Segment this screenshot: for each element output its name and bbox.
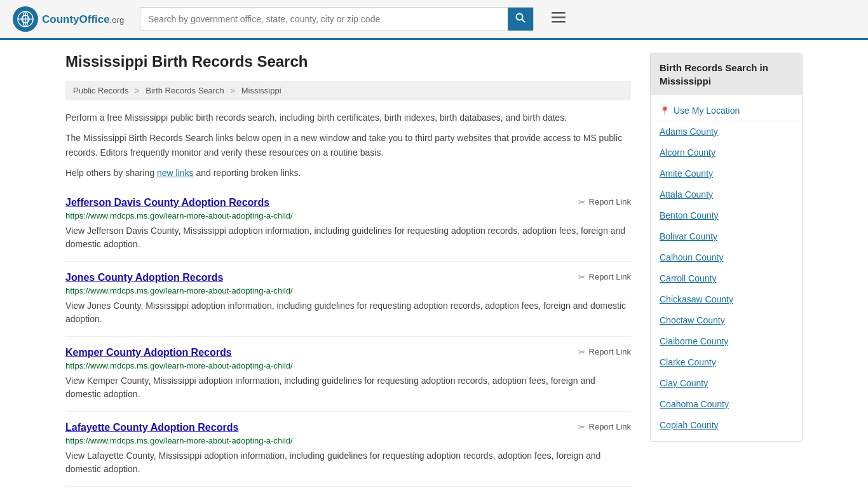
result-desc-3: View Lafayette County, Mississippi adopt… <box>65 449 631 476</box>
result-desc-0: View Jefferson Davis County, Mississippi… <box>65 224 631 251</box>
report-label-2: Report Link <box>589 347 631 356</box>
sidebar-county-item[interactable]: Claiborne County <box>651 331 802 352</box>
result-header-2: Kemper County Adoption Records ✂ Report … <box>65 347 631 358</box>
svg-rect-8 <box>552 17 566 18</box>
main-container: Mississippi Birth Records Search Public … <box>53 40 815 488</box>
pin-icon <box>660 105 670 116</box>
result-desc-2: View Kemper County, Mississippi adoption… <box>65 374 631 401</box>
sidebar-county-item[interactable]: Clarke County <box>651 352 802 373</box>
search-input[interactable] <box>140 9 508 29</box>
sidebar-county-item[interactable]: Clay County <box>651 373 802 394</box>
county-list: Adams CountyAlcorn CountyAmite CountyAtt… <box>651 121 802 436</box>
search-bar <box>140 7 534 31</box>
sidebar-county-item[interactable]: Copiah County <box>651 415 802 436</box>
sidebar-county-item[interactable]: Amite County <box>651 163 802 184</box>
search-button[interactable] <box>508 8 533 30</box>
sidebar-county-item[interactable]: Attala County <box>651 184 802 205</box>
sidebar-county-item[interactable]: Calhoun County <box>651 247 802 268</box>
results-container: Jefferson Davis County Adoption Records … <box>65 187 631 487</box>
breadcrumb: Public Records > Birth Records Search > … <box>65 81 631 100</box>
report-icon-2: ✂ <box>578 347 586 357</box>
svg-line-6 <box>522 20 526 23</box>
sidebar-county-item[interactable]: Chickasaw County <box>651 289 802 310</box>
breadcrumb-public-records[interactable]: Public Records <box>73 86 128 95</box>
logo-icon <box>13 6 38 32</box>
svg-rect-7 <box>552 12 566 14</box>
sidebar-county-item[interactable]: Alcorn County <box>651 142 802 163</box>
sidebar-county-item[interactable]: Carroll County <box>651 268 802 289</box>
result-header-0: Jefferson Davis County Adoption Records … <box>65 197 631 208</box>
report-link-3[interactable]: ✂ Report Link <box>578 422 631 432</box>
result-item: Lafayette County Adoption Records ✂ Repo… <box>65 412 631 487</box>
description-3: Help others by sharing new links and rep… <box>65 166 631 180</box>
menu-button[interactable] <box>546 10 571 29</box>
sidebar-county-item[interactable]: Benton County <box>651 205 802 226</box>
result-url-1: https://www.mdcps.ms.gov/learn-more-abou… <box>65 286 631 295</box>
header: CountyOffice.org <box>0 0 868 40</box>
sidebar-county-item[interactable]: Bolivar County <box>651 226 802 247</box>
description-1: Perform a free Mississippi public birth … <box>65 111 631 125</box>
report-icon-0: ✂ <box>578 197 586 207</box>
result-title-0[interactable]: Jefferson Davis County Adoption Records <box>65 197 269 208</box>
result-title-1[interactable]: Jones County Adoption Records <box>65 272 223 283</box>
logo-text: CountyOffice.org <box>42 13 124 26</box>
report-link-1[interactable]: ✂ Report Link <box>578 272 631 282</box>
breadcrumb-state: Mississippi <box>241 86 281 95</box>
sidebar-county-item[interactable]: Coahoma County <box>651 394 802 415</box>
result-desc-1: View Jones County, Mississippi adoption … <box>65 299 631 326</box>
sidebar-county-item[interactable]: Adams County <box>651 121 802 142</box>
report-label-0: Report Link <box>589 197 631 207</box>
report-icon-1: ✂ <box>578 272 586 282</box>
svg-rect-9 <box>552 21 566 23</box>
result-title-3[interactable]: Lafayette County Adoption Records <box>65 422 238 433</box>
result-url-3: https://www.mdcps.ms.gov/learn-more-abou… <box>65 436 631 445</box>
result-item: Jefferson Davis County Adoption Records … <box>65 187 631 262</box>
description-2: The Mississippi Birth Records Search lin… <box>65 131 631 159</box>
svg-point-5 <box>517 14 523 20</box>
sidebar-title: Birth Records Search in Mississippi <box>651 53 802 95</box>
result-item: Jones County Adoption Records ✂ Report L… <box>65 262 631 337</box>
main-content: Mississippi Birth Records Search Public … <box>65 53 631 487</box>
report-label-3: Report Link <box>589 422 631 431</box>
breadcrumb-birth-records[interactable]: Birth Records Search <box>146 86 224 95</box>
report-icon-3: ✂ <box>578 422 586 432</box>
report-label-1: Report Link <box>589 272 631 281</box>
result-url-2: https://www.mdcps.ms.gov/learn-more-abou… <box>65 361 631 370</box>
use-my-location-button[interactable]: Use My Location <box>651 100 802 121</box>
result-header-1: Jones County Adoption Records ✂ Report L… <box>65 272 631 283</box>
new-links-link[interactable]: new links <box>157 168 194 178</box>
page-title: Mississippi Birth Records Search <box>65 53 631 71</box>
result-header-3: Lafayette County Adoption Records ✂ Repo… <box>65 422 631 433</box>
result-url-0: https://www.mdcps.ms.gov/learn-more-abou… <box>65 211 631 220</box>
sidebar-list: Use My Location Adams CountyAlcorn Count… <box>651 95 802 441</box>
result-item: Kemper County Adoption Records ✂ Report … <box>65 337 631 412</box>
sidebar-box: Birth Records Search in Mississippi Use … <box>650 53 803 442</box>
sidebar-county-item[interactable]: Choctaw County <box>651 310 802 331</box>
sidebar: Birth Records Search in Mississippi Use … <box>650 53 803 487</box>
report-link-2[interactable]: ✂ Report Link <box>578 347 631 357</box>
report-link-0[interactable]: ✂ Report Link <box>578 197 631 207</box>
logo[interactable]: CountyOffice.org <box>13 6 127 32</box>
result-title-2[interactable]: Kemper County Adoption Records <box>65 347 232 358</box>
